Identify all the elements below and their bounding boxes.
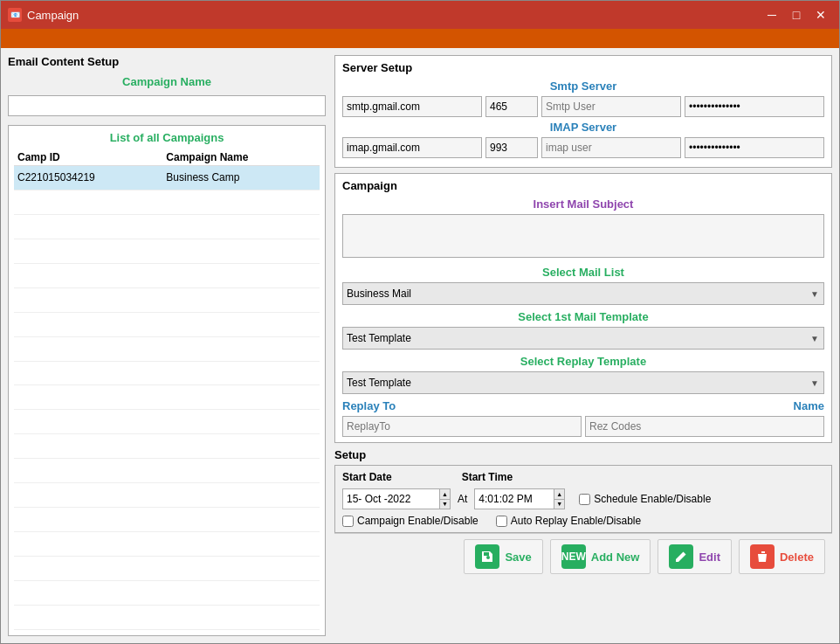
table-row[interactable] xyxy=(14,287,320,312)
table-row[interactable] xyxy=(14,483,320,508)
server-setup-section: Server Setup Smtp Server IMAP Server xyxy=(334,55,832,168)
camp-name-cell xyxy=(162,459,320,483)
schedule-checkbox-label: Schedule Enable/Disable xyxy=(594,493,711,505)
col-campaign-name: Campaign Name xyxy=(162,149,320,166)
delete-icon xyxy=(750,544,775,569)
campaign-table: Camp ID Campaign Name C221015034219Busin… xyxy=(14,149,320,630)
add-new-button[interactable]: NEW Add New xyxy=(550,539,651,574)
camp-name-cell xyxy=(162,287,320,312)
table-row[interactable] xyxy=(14,190,320,214)
camp-name-cell xyxy=(162,385,320,410)
start-time-header: Start Time xyxy=(462,471,513,483)
table-row[interactable] xyxy=(14,580,320,605)
camp-id-cell xyxy=(14,532,162,557)
smtp-port-input[interactable] xyxy=(485,96,538,117)
imap-port-input[interactable] xyxy=(485,137,538,158)
table-row[interactable] xyxy=(14,459,320,483)
edit-button[interactable]: Edit xyxy=(658,539,732,574)
right-panel: Server Setup Smtp Server IMAP Server xyxy=(334,55,832,636)
mail-list-dropdown-wrapper: Business Mail xyxy=(342,282,824,305)
replay-template-dropdown[interactable]: Test Template xyxy=(342,371,824,394)
camp-name-cell xyxy=(162,361,320,385)
server-setup-title: Server Setup xyxy=(342,61,824,74)
auto-replay-wrap: Auto Replay Enable/Disable xyxy=(496,515,641,527)
edit-icon xyxy=(669,544,693,569)
replay-to-input[interactable] xyxy=(342,416,582,437)
setup-section: Setup Start Date Start Time ▲ ▼ xyxy=(334,448,832,533)
camp-name-cell xyxy=(162,190,320,214)
template1-dropdown[interactable]: Test Template xyxy=(342,327,824,350)
campaign-enable-wrap: Campaign Enable/Disable xyxy=(342,515,479,527)
window-controls: ─ □ ✕ xyxy=(761,6,832,24)
table-row[interactable] xyxy=(14,214,320,239)
table-row[interactable] xyxy=(14,605,320,629)
table-row[interactable]: C221015034219Business Camp xyxy=(14,166,320,190)
time-up-icon[interactable]: ▲ xyxy=(554,489,564,500)
table-row[interactable] xyxy=(14,385,320,410)
save-label: Save xyxy=(505,551,531,564)
campaign-name-label: Campaign Name xyxy=(8,75,326,88)
imap-server-label: IMAP Server xyxy=(342,121,824,134)
date-up-icon[interactable]: ▲ xyxy=(440,489,450,500)
add-new-label: Add New xyxy=(591,551,640,564)
table-row[interactable] xyxy=(14,508,320,532)
table-row[interactable] xyxy=(14,239,320,263)
mail-list-dropdown[interactable]: Business Mail xyxy=(342,282,824,305)
schedule-checkbox[interactable] xyxy=(579,494,590,505)
minimize-button[interactable]: ─ xyxy=(761,6,783,24)
maximize-button[interactable]: □ xyxy=(785,6,808,24)
edit-label: Edit xyxy=(699,551,720,564)
imap-pass-input[interactable] xyxy=(685,137,824,158)
camp-id-cell xyxy=(14,434,162,459)
start-date-header: Start Date xyxy=(342,471,392,483)
campaign-enable-checkbox[interactable] xyxy=(342,516,354,527)
camp-id-cell xyxy=(14,410,162,434)
table-row[interactable] xyxy=(14,410,320,434)
camp-id-cell xyxy=(14,483,162,508)
camp-name-cell xyxy=(162,508,320,532)
start-time-input[interactable] xyxy=(475,489,554,509)
imap-user-input[interactable] xyxy=(541,137,681,158)
window-title: Campaign xyxy=(27,9,761,22)
table-row[interactable] xyxy=(14,361,320,385)
buttons-bar: Save NEW Add New Edit Delete xyxy=(334,533,832,579)
imap-host-input[interactable] xyxy=(342,137,482,158)
table-row[interactable] xyxy=(14,557,320,581)
template1-dropdown-wrapper: Test Template xyxy=(342,327,824,350)
date-down-icon[interactable]: ▼ xyxy=(440,500,450,509)
col-camp-id: Camp ID xyxy=(14,149,162,166)
select-replay-template-label: Select Replay Template xyxy=(342,355,824,368)
campaign-section: Campaign Insert Mail Subject Select Mail… xyxy=(334,173,832,443)
mail-subject-textarea[interactable] xyxy=(342,214,824,258)
auto-replay-label: Auto Replay Enable/Disable xyxy=(511,515,641,527)
save-button[interactable]: Save xyxy=(464,539,542,574)
table-row[interactable] xyxy=(14,532,320,557)
delete-button[interactable]: Delete xyxy=(739,539,825,574)
delete-label: Delete xyxy=(780,551,814,564)
table-row[interactable] xyxy=(14,336,320,361)
replay-to-row xyxy=(342,416,824,437)
table-row[interactable] xyxy=(14,312,320,336)
camp-name-cell xyxy=(162,580,320,605)
smtp-host-input[interactable] xyxy=(342,96,482,117)
camp-name-cell xyxy=(162,557,320,581)
date-spinner[interactable]: ▲ ▼ xyxy=(439,489,450,509)
name-input[interactable] xyxy=(585,416,824,437)
table-row[interactable] xyxy=(14,434,320,459)
camp-id-cell xyxy=(14,385,162,410)
replay-name-labels: Replay To Name xyxy=(342,399,824,416)
campaign-name-input[interactable] xyxy=(8,95,326,116)
auto-replay-checkbox[interactable] xyxy=(496,516,507,527)
time-spinner[interactable]: ▲ ▼ xyxy=(554,489,564,509)
camp-id-cell xyxy=(14,361,162,385)
close-button[interactable]: ✕ xyxy=(809,6,832,24)
table-row[interactable] xyxy=(14,263,320,287)
start-date-input[interactable] xyxy=(343,489,439,509)
camp-name-cell xyxy=(162,532,320,557)
campaigns-list-box: List of all Campaigns Camp ID Campaign N… xyxy=(8,125,326,636)
smtp-pass-input[interactable] xyxy=(685,96,824,117)
camp-id-cell xyxy=(14,190,162,214)
list-all-campaigns-label: List of all Campaigns xyxy=(14,131,320,144)
smtp-user-input[interactable] xyxy=(541,96,681,117)
time-down-icon[interactable]: ▼ xyxy=(554,500,564,509)
